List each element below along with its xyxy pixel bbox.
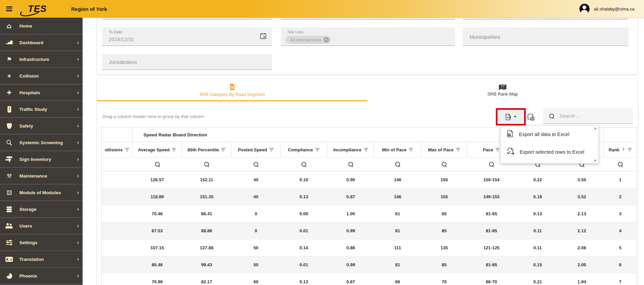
table-cell: 61-65 [467,205,516,222]
scroll-down-icon[interactable]: ▼ [594,159,596,162]
column-header-ollisions[interactable]: ollisions [102,142,133,157]
table-cell: 0.00 [280,205,327,222]
sidebar-item-sign-inventory[interactable]: Sign Inventory› [0,151,83,168]
sidebar-item-collision[interactable]: ✶Collision› [0,68,83,84]
column-header-max-of-pace[interactable]: Max of Pace [421,142,467,157]
sidebar-item-safety[interactable]: Safety› [0,118,83,134]
table-cell: 88.86 [182,222,231,239]
sidebar-item-module-of-modules[interactable]: ⚄Module of Modules› [0,184,83,201]
table-cell: 1.94 [560,273,604,285]
translation-icon: A z [4,257,14,262]
column-header-85th-percentile[interactable]: 85th Percentile [182,142,231,157]
calendar-icon[interactable] [260,33,266,40]
sidebar-item-label: Settings [19,240,37,245]
table-row[interactable]: 85.4699.43500.010.99818581-850.152.056 [102,256,637,273]
filter-cell[interactable] [421,157,467,171]
sidebar-item-storage[interactable]: Storage› [0,201,83,218]
sidebar-item-label: Traffic Study [19,107,47,112]
sidebar-item-dashboard[interactable]: ▂▅█Dashboard› [0,34,83,51]
sidebar-item-hospitals[interactable]: ✚Hospitals› [0,84,83,101]
menu-item-export-all-data-to-excel[interactable]: XLSXExport all data to Excel [501,125,598,143]
table-cell: 99.43 [182,256,231,273]
scroll-up-icon[interactable]: ▲ [594,127,596,130]
chevron-right-icon: › [77,256,79,262]
header-filter-icon[interactable] [628,148,632,151]
header-filter-icon[interactable] [221,148,225,151]
sidebar-item-home[interactable]: ⌂Home [0,18,83,34]
table-cell: 50 [231,256,280,273]
filter-cell[interactable] [604,157,637,171]
jurisdictions-field[interactable]: Jurisdictions [102,54,272,70]
to-date-field[interactable]: To Date 2024/12/31 [102,28,272,46]
header-filter-icon[interactable] [364,148,368,151]
header-filter-icon[interactable] [269,148,274,151]
sidebar-item-label: Dashboard [19,40,43,45]
table-cell: 107.15 [133,239,182,256]
header-filter-icon[interactable] [456,148,460,151]
search-input[interactable] [559,113,621,119]
filter-cell[interactable] [102,157,133,171]
sidebar-item-infrastructure[interactable]: ⚑Infrastructure› [0,51,83,68]
filter-cell[interactable] [374,157,421,171]
header-filter-icon[interactable] [315,148,319,151]
table-cell: 2.05 [560,256,604,273]
table-row[interactable]: 118.89151.35400.130.87146155149-1530.183… [102,188,637,205]
band-cell-empty-right [604,128,637,142]
column-header-posted-speed[interactable]: Posted Speed [231,142,280,157]
header-filter-icon[interactable] [409,148,413,151]
site-lists-chip[interactable]: All Intersections ✕ [285,36,331,44]
tab-srb-category-by-road-segment[interactable]: SRB Category By Road Segment [97,79,367,101]
search-box[interactable] [543,108,633,124]
header-filter-icon[interactable] [125,148,129,151]
table-cell: 0.01 [280,222,327,239]
column-chooser-button[interactable] [527,113,535,121]
filter-cell[interactable] [327,157,374,171]
header-filter-icon[interactable] [172,148,176,151]
sidebar-item-traffic-study[interactable]: ⋮Traffic Study› [0,101,83,118]
column-header-incompliance[interactable]: Incompliance [327,142,374,157]
site-lists-field[interactable]: Site Lists All Intersections ✕ [281,28,455,46]
chevron-right-icon: › [77,190,79,196]
table-row[interactable]: 70.4686.4100.001.00616561-650.132.133 [102,205,637,222]
export-rows-icon [506,148,515,156]
table-row[interactable]: 67.5388.8600.010.99818581-850.112.124 [102,222,637,239]
hamburger-menu-icon[interactable] [6,6,12,11]
hospitals-icon: ✚ [4,89,14,96]
filter-cell[interactable] [231,157,280,171]
column-header-compliance[interactable]: Compliance [280,142,327,157]
maintenance-icon: ⚒ [4,172,14,179]
sidebar: ⌂Home▂▅█Dashboard›⚑Infrastructure›✶Colli… [0,18,83,285]
sidebar-item-label: Safety [19,123,33,129]
export-button[interactable] [498,111,523,123]
chip-remove-icon[interactable]: ✕ [324,37,329,43]
sidebar-item-label: Users [19,223,32,229]
dropdown-caret-icon [514,116,517,118]
column-header-min-of-pace[interactable]: Min of Pace [374,142,421,157]
export-icon [505,114,512,120]
column-header-average-speed[interactable]: Average Speed [133,142,182,157]
sidebar-item-maintenance[interactable]: ⚒Maintenance› [0,168,83,184]
column-header-rank[interactable]: Rank↑ [604,142,637,157]
sidebar-item-translation[interactable]: A zTranslation› [0,251,83,268]
sidebar-item-label: Maintenance [19,173,47,179]
municipalities-field[interactable]: Municipalities [463,28,628,46]
users-icon [4,223,14,229]
dropdown-scrollbar[interactable]: ▲ ▼ [593,127,597,162]
app-logo[interactable]: TES [28,4,47,14]
user-avatar-icon[interactable] [579,4,590,14]
header-filter-icon[interactable] [495,148,500,151]
sidebar-item-users[interactable]: Users› [0,218,83,234]
sidebar-item-phoenix[interactable]: Phoenix› [0,268,83,284]
tab-srb-rank-map[interactable]: SRB Rank Map [367,79,638,101]
filter-cell[interactable] [133,157,182,171]
filter-cell[interactable] [182,157,231,171]
table-row[interactable]: 107.15137.88500.140.86111135121-1250.112… [102,239,637,256]
table-row[interactable]: 70.9682.17600.130.87667066-700.211.947 [102,273,637,285]
chevron-right-icon: › [77,106,79,112]
filter-cell[interactable] [280,157,327,171]
menu-item-export-selected-rows-to-excel[interactable]: Export selected rows to Excel [501,143,598,161]
table-row[interactable]: 126.57152.11400.100.90146155150-1540.223… [102,171,637,188]
phoenix-icon [4,273,14,279]
sidebar-item-settings[interactable]: Settings› [0,234,83,251]
sidebar-item-systemic-screening[interactable]: Systemic Screening› [0,134,83,151]
